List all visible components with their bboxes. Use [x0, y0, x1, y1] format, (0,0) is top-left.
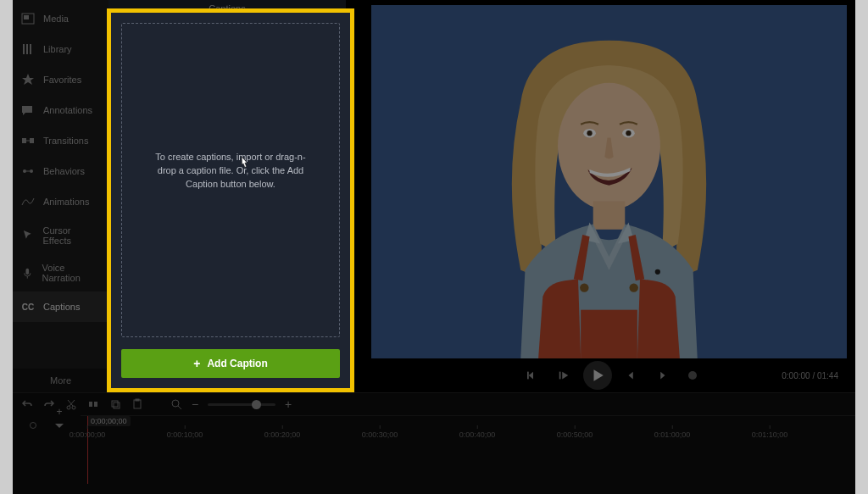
svg-rect-28: [112, 401, 118, 407]
svg-point-8: [23, 169, 26, 173]
svg-point-24: [67, 406, 70, 409]
timeline-tick: 0:00:10;00: [167, 430, 203, 439]
svg-point-9: [30, 169, 33, 173]
timeline-ticks: 0:00:00;000:00:10;000:00:20;000:00:30;00…: [81, 430, 855, 444]
svg-rect-3: [26, 44, 28, 54]
copy-button[interactable]: [109, 398, 121, 410]
svg-rect-27: [94, 402, 97, 407]
sidebar-label: Annotations: [43, 105, 92, 115]
svg-rect-4: [30, 44, 31, 54]
timeline: − + 0;00;00;00 0:00:00;000:00:10;000:00:…: [13, 392, 855, 494]
svg-rect-31: [136, 399, 139, 401]
animations-icon: [21, 195, 35, 208]
sidebar-label: Library: [43, 44, 72, 54]
preview-area: 0:00:00 / 01:44: [346, 0, 855, 392]
sidebar-item-library[interactable]: Library: [13, 34, 108, 64]
sidebar-item-voice-narration[interactable]: Voice Narration: [13, 254, 108, 291]
svg-rect-26: [89, 402, 92, 407]
time-readout: 0:00:00 / 01:44: [782, 371, 838, 380]
sidebar-label: Voice Narration: [42, 263, 100, 283]
zoom-fit-button[interactable]: [170, 398, 182, 410]
record-indicator[interactable]: [688, 371, 697, 380]
svg-rect-18: [581, 310, 637, 358]
sidebar-label: Cursor Effects: [43, 225, 100, 246]
sidebar-label: Animations: [43, 197, 89, 207]
svg-rect-2: [23, 44, 25, 54]
cursor-icon: [21, 229, 35, 242]
star-icon: [21, 73, 35, 86]
sidebar-item-captions[interactable]: CC Captions: [13, 291, 108, 322]
captions-panel: Captions To create captions, import or d…: [108, 0, 346, 392]
collapse-tracks-button[interactable]: [53, 419, 65, 431]
step-back-button[interactable]: [553, 364, 575, 386]
annotations-icon: [21, 103, 35, 117]
mic-icon: [21, 266, 34, 280]
video-preview[interactable]: [371, 5, 847, 358]
playhead-time: 0;00;00;00: [87, 416, 131, 426]
cut-button[interactable]: [65, 398, 77, 410]
svg-rect-1: [24, 15, 29, 19]
sidebar-label: Captions: [43, 302, 80, 312]
sidebar-item-annotations[interactable]: Annotations: [13, 95, 108, 125]
svg-point-20: [629, 283, 637, 291]
split-button[interactable]: [87, 398, 99, 410]
add-caption-label: Add Caption: [207, 358, 267, 369]
sidebar-label: Behaviors: [43, 166, 85, 176]
svg-rect-29: [114, 402, 120, 408]
video-frame-image: [371, 5, 847, 358]
prev-marker-button[interactable]: [620, 364, 643, 386]
next-marker-button[interactable]: [651, 364, 673, 386]
zoom-out-button[interactable]: −: [189, 398, 201, 410]
svg-rect-22: [527, 372, 529, 380]
sidebar-item-behaviors[interactable]: Behaviors: [13, 156, 108, 186]
svg-point-19: [580, 283, 588, 291]
sidebar-item-cursor-effects[interactable]: Cursor Effects: [13, 217, 108, 254]
tool-sidebar: Media Library Favorites Annotations Tran…: [13, 0, 108, 392]
add-track-button[interactable]: +: [53, 406, 65, 418]
sidebar-item-favorites[interactable]: Favorites: [13, 64, 108, 95]
svg-point-21: [655, 269, 660, 275]
svg-point-25: [72, 406, 75, 409]
add-caption-button[interactable]: + Add Caption: [121, 349, 340, 378]
play-button[interactable]: [583, 361, 612, 390]
transitions-icon: [21, 134, 35, 147]
track-marker[interactable]: [30, 422, 36, 429]
svg-rect-6: [22, 138, 26, 143]
sidebar-more[interactable]: More: [13, 369, 108, 392]
sidebar-item-animations[interactable]: Animations: [13, 186, 108, 217]
sidebar-item-transitions[interactable]: Transitions: [13, 125, 108, 156]
timeline-tick: 0:00:20;00: [264, 430, 301, 439]
svg-point-32: [172, 400, 179, 407]
library-icon: [21, 42, 35, 56]
svg-rect-7: [30, 138, 34, 143]
dropzone-instruction: To create captions, import or drag-n-dro…: [150, 151, 311, 191]
sidebar-label: Media: [43, 14, 69, 24]
paste-button[interactable]: [131, 398, 143, 410]
zoom-in-button[interactable]: +: [282, 398, 294, 410]
playback-controls: 0:00:00 / 01:44: [371, 358, 847, 392]
media-icon: [21, 12, 35, 25]
highlighted-panel: To create captions, import or drag-n-dro…: [107, 8, 354, 392]
svg-rect-10: [25, 269, 29, 275]
sidebar-label: Favorites: [43, 75, 81, 85]
sidebar-label: Transitions: [43, 136, 88, 146]
caption-dropzone[interactable]: To create captions, import or drag-n-dro…: [121, 23, 340, 337]
cc-icon: CC: [21, 300, 35, 314]
svg-rect-23: [559, 372, 560, 380]
prev-frame-button[interactable]: [522, 364, 544, 386]
behaviors-icon: [21, 164, 35, 178]
track-controls: +: [53, 406, 65, 431]
timeline-tick: 0:01:00;00: [654, 430, 691, 439]
plus-icon: +: [193, 357, 200, 370]
cursor-pointer-icon: [238, 156, 250, 171]
undo-button[interactable]: [21, 398, 33, 410]
svg-rect-17: [593, 201, 626, 229]
svg-point-16: [626, 130, 631, 136]
timeline-tick: 0:00:00;00: [70, 430, 106, 439]
timeline-tick: 0:00:40;00: [459, 430, 496, 439]
sidebar-item-media[interactable]: Media: [13, 3, 108, 34]
zoom-slider[interactable]: [208, 403, 275, 406]
timeline-ruler[interactable]: 0;00;00;00: [81, 415, 855, 430]
timeline-tick: 0:00:30;00: [362, 430, 398, 439]
timeline-tick: 0:00:50;00: [557, 430, 593, 439]
